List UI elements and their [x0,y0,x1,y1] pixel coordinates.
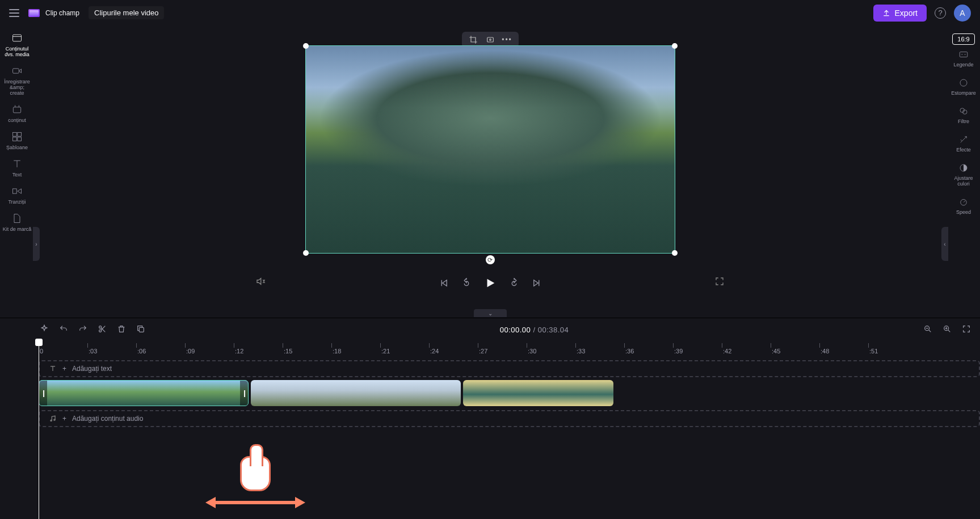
add-text-label: Adăugați text [72,365,112,373]
svg-point-9 [960,79,967,86]
add-text-track[interactable]: +Adăugați text [39,360,980,377]
export-button[interactable]: Export [873,5,927,22]
brand-name: Clip champ [45,9,79,17]
svg-point-15 [489,39,491,41]
svg-point-21 [51,420,52,421]
clip-2[interactable] [251,380,461,406]
timecode: 00:00.00 / 00:38.04 [500,326,569,334]
play-button[interactable] [484,277,497,291]
sidebar-label-brandkit: Kit de marcă [3,226,32,232]
expand-left-panel-handle[interactable]: › [33,227,40,261]
svg-rect-3 [13,133,17,137]
sidebar-item-speed[interactable]: Speed [948,197,979,215]
duplicate-icon[interactable] [136,324,145,335]
svg-rect-2 [13,107,20,113]
sidebar-label-text: Text [12,172,22,178]
resize-handle-br[interactable] [672,250,678,256]
collapse-timeline-handle[interactable]: ⌄ [474,309,507,317]
sidebar-item-fade[interactable]: Estompare [948,78,979,96]
fullscreen-icon[interactable] [714,276,725,288]
video-track: || || [39,379,980,407]
export-label: Export [895,9,918,18]
sidebar-item-content[interactable]: conținut [1,104,33,123]
undo-icon[interactable] [59,324,68,335]
resize-handle-bl[interactable] [303,250,309,256]
hamburger-menu-icon[interactable] [9,9,19,17]
resize-handle-tr[interactable] [672,43,678,49]
hand-cursor-icon [240,456,271,491]
svg-rect-5 [13,137,17,141]
header-bar: Clip champ Clipurile mele video Export ?… [0,0,980,26]
brand: Clip champ [28,9,79,17]
svg-marker-24 [205,497,216,508]
avatar[interactable]: A [954,5,971,22]
sidebar-item-record[interactable]: Înregistrare &amp; create [1,65,33,96]
resize-handle-tl[interactable] [303,43,309,49]
preview-stage: ••• ⟳ [40,28,940,295]
zoom-fit-icon[interactable] [962,324,971,335]
sidebar-item-captions[interactable]: Legende [948,49,979,67]
svg-point-22 [54,419,55,420]
clip-3[interactable] [463,380,613,406]
sidebar-item-transitions[interactable]: Tranziții [1,185,33,205]
svg-rect-7 [13,189,17,193]
svg-rect-18 [139,327,144,332]
project-name-input[interactable]: Clipurile mele video [89,6,164,19]
timecode-total: 00:38.04 [538,326,569,334]
svg-rect-14 [487,37,493,42]
crop-icon[interactable] [469,35,478,44]
add-audio-track[interactable]: +Adăugați conținut audio [39,410,980,427]
split-icon[interactable] [98,324,107,335]
sidebar-label-transitions: Tranziții [8,199,26,205]
sidebar-label-content: conținut [8,117,26,123]
timeline-tracks: +Adăugați text || || +Adăugați conținut … [39,360,980,427]
sidebar-item-brandkit[interactable]: Kit de marcă [1,213,33,232]
sidebar-item-media[interactable]: Conținutul dvs. media [1,32,33,57]
timeline-ruler[interactable]: 0:03:06:09:12:15:18:21:24:27:30:33:36:39… [39,341,980,357]
timeline-toolbar: 00:00.00 / 00:38.04 [0,318,980,341]
svg-rect-0 [13,35,22,41]
sidebar-item-effects[interactable]: Efecte [948,134,979,153]
sidebar-item-templates[interactable]: Șabloane [1,131,33,150]
skip-start-icon[interactable] [439,278,449,290]
clip-1-trim-right[interactable]: || [240,381,248,406]
more-icon[interactable]: ••• [503,35,512,44]
svg-rect-6 [18,137,22,141]
zoom-out-icon[interactable] [923,324,932,335]
magic-icon[interactable] [40,324,49,335]
svg-rect-4 [18,133,22,137]
delete-icon[interactable] [117,324,126,335]
sidebar-label-fade: Estompare [951,90,976,96]
jump-back-icon[interactable] [461,278,472,290]
aspect-ratio-button[interactable]: 16:9 [952,33,974,45]
timecode-current: 00:00.00 [500,326,531,334]
sidebar-label-filters: Filtre [958,119,969,124]
rotate-handle[interactable]: ⟳ [486,255,495,264]
sidebar-item-text[interactable]: Text [1,158,33,178]
fit-icon[interactable] [486,35,495,44]
sidebar-label-color-adjust: Ajustare culori [948,175,979,187]
svg-marker-25 [295,497,305,508]
clipchamp-logo-icon [28,9,40,17]
sidebar-label-media: Conținutul dvs. media [1,46,33,57]
clip-1-trim-left[interactable]: || [39,381,47,406]
sidebar-item-filters[interactable]: Filtre [948,106,979,124]
preview-canvas[interactable]: ⟳ [305,45,675,254]
clip-1[interactable]: || || [39,380,249,406]
redo-icon[interactable] [78,324,87,335]
zoom-in-icon[interactable] [943,324,952,335]
expand-right-panel-handle[interactable]: ‹ [941,227,948,261]
jump-forward-icon[interactable] [509,278,519,290]
playhead[interactable] [39,342,39,519]
svg-rect-1 [13,69,19,73]
drag-arrow-icon [204,495,306,510]
playback-controls [40,272,940,295]
sidebar-item-color-adjust[interactable]: Ajustare culori [948,163,979,187]
sidebar-label-effects: Efecte [956,147,971,153]
svg-rect-8 [960,52,968,57]
sidebar-label-speed: Speed [956,209,971,215]
tutorial-hand-overlay [204,456,306,510]
add-audio-label: Adăugați conținut audio [72,415,143,423]
help-icon[interactable]: ? [935,7,946,19]
skip-end-icon[interactable] [532,278,542,290]
